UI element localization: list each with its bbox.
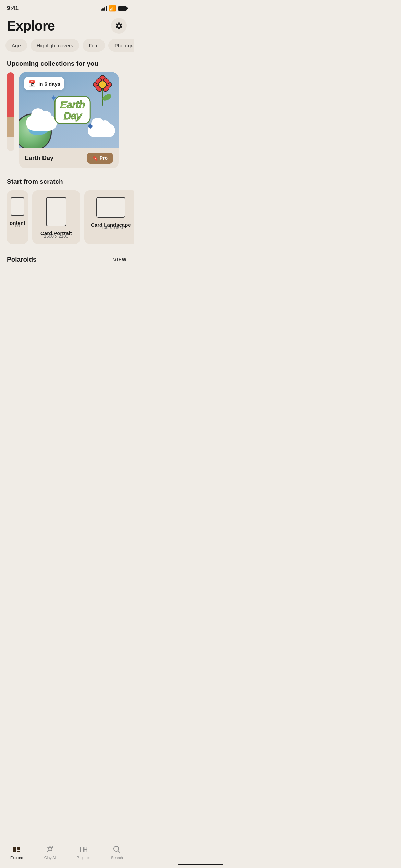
card-label: Earth Day	[25, 155, 53, 162]
prev-card-partial	[7, 72, 14, 168]
scratch-section-title: Start from scratch	[0, 175, 134, 190]
svg-point-10	[99, 81, 106, 88]
battery-icon	[118, 6, 127, 11]
polaroids-header: Polaroids VIEW	[0, 256, 134, 267]
earth-day-background: ✦ ✦ EarthDay 📅 in 6 days	[19, 72, 119, 148]
status-bar: 9:41 📶	[0, 0, 134, 14]
settings-button[interactable]	[111, 18, 127, 34]
days-label: in 6 days	[38, 81, 60, 87]
collections-scroll: ✦ ✦ EarthDay 📅 in 6 days Earth Day 🔖 Pro	[0, 72, 134, 175]
upcoming-section-title: Upcoming collections for you	[0, 57, 134, 72]
status-time: 9:41	[7, 5, 19, 12]
portrait-size: 1500 x 2100	[40, 233, 72, 239]
polaroids-title: Polaroids	[7, 256, 37, 263]
scratch-card-content-partial[interactable]: ontent 00	[7, 190, 28, 244]
earth-day-text: EarthDay	[54, 96, 91, 124]
gear-icon	[115, 22, 123, 30]
flower-illustration	[90, 74, 114, 107]
category-pill-film[interactable]: Film	[83, 39, 105, 52]
landscape-icon	[96, 197, 125, 218]
category-pill-highlight-covers[interactable]: Highlight covers	[31, 39, 80, 52]
portrait-icon	[46, 197, 66, 226]
content-icon	[11, 197, 24, 216]
card-footer: Earth Day 🔖 Pro	[19, 148, 119, 168]
status-icons: 📶	[101, 5, 127, 12]
view-link[interactable]: VIEW	[113, 257, 127, 262]
cloud-left	[26, 115, 57, 131]
calendar-icon: 📅	[28, 80, 36, 87]
polaroids-section: Polaroids VIEW	[0, 253, 134, 267]
upcoming-section: Upcoming collections for you	[0, 57, 134, 175]
scratch-section: Start from scratch ontent 00 Card Portra…	[0, 175, 134, 253]
pro-icon: 🔖	[92, 155, 98, 161]
pro-label: Pro	[100, 155, 108, 161]
category-pill-age[interactable]: Age	[5, 39, 27, 52]
scratch-card-portrait[interactable]: Card Portrait 1500 x 2100	[32, 190, 80, 244]
scratch-card-landscape[interactable]: Card Landscape 2100 x 1500	[84, 190, 134, 244]
page-title: Explore	[7, 18, 55, 34]
category-pill-photography[interactable]: Photography	[108, 39, 134, 52]
scratch-scroll: ontent 00 Card Portrait 1500 x 2100 Card…	[0, 190, 134, 250]
earth-day-card[interactable]: ✦ ✦ EarthDay 📅 in 6 days Earth Day 🔖 Pro	[19, 72, 119, 168]
wifi-icon: 📶	[109, 5, 116, 12]
days-badge: 📅 in 6 days	[24, 77, 64, 90]
category-filter-scroll: Age Highlight covers Film Photography Tr…	[0, 39, 134, 57]
signal-icon	[101, 6, 107, 11]
header: Explore	[0, 14, 134, 39]
earth-day-image: ✦ ✦ EarthDay 📅 in 6 days	[19, 72, 119, 148]
pro-badge[interactable]: 🔖 Pro	[87, 153, 113, 164]
